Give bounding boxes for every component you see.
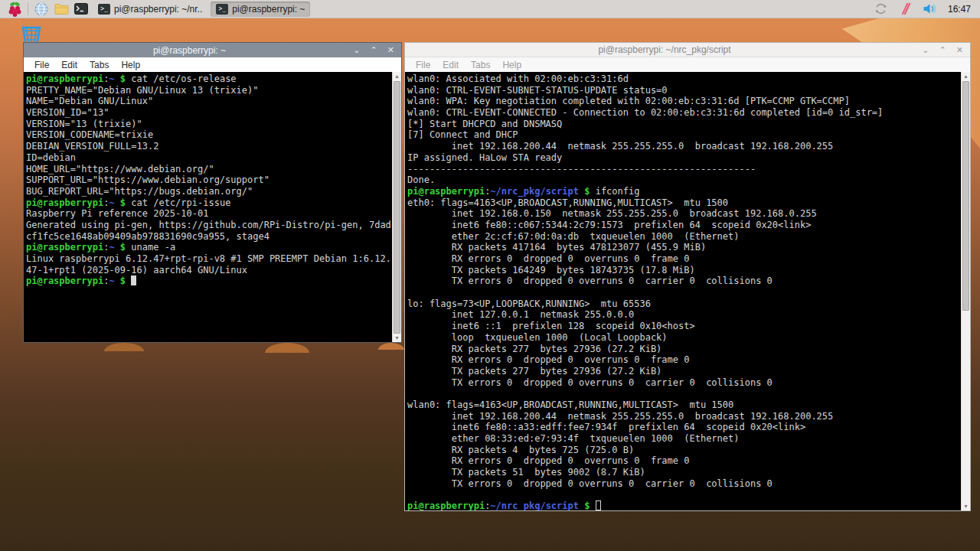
terminal-line: PRETTY_NAME="Debian GNU/Linux 13 (trixie… [26, 85, 391, 96]
terminal-line: inet6 fe80::a33:edff:fee7:934f prefixlen… [407, 422, 960, 433]
bluetooth-disabled-icon[interactable] [898, 2, 913, 17]
terminal-line: NAME="Debian GNU/Linux" [26, 96, 391, 107]
titlebar[interactable]: pi@raspberrypi: ~ ⌄ ⌃ ✕ [24, 43, 401, 57]
updates-icon[interactable] [874, 2, 889, 17]
menu-item-file[interactable]: File [28, 60, 55, 70]
scrollbar-thumb[interactable] [962, 81, 969, 311]
terminal-line: inet 192.168.200.44 netmask 255.255.255.… [407, 411, 960, 422]
menubar: FileEditTabsHelp [405, 57, 970, 72]
text-cursor [596, 500, 601, 510]
terminal-line: inet6 fe80::c067:5344:2c79:1573 prefixle… [407, 220, 960, 231]
terminal-icon: >_ [216, 4, 228, 15]
terminal-line: pi@raspberrypi:~ $ cat /etc/os-release [26, 73, 391, 85]
scroll-up-icon[interactable]: ▲ [962, 72, 970, 80]
close-icon[interactable]: ✕ [387, 43, 394, 57]
terminal-line: inet 192.168.0.150 netmask 255.255.255.0… [407, 208, 960, 220]
terminal-line: IP assigned. HaLow STA ready [407, 152, 960, 164]
terminal-line: pi@raspberrypi:~ $ cat /etc/rpi-issue [26, 197, 391, 209]
terminal-line: TX packets 164249 bytes 18743735 (17.8 M… [407, 265, 960, 276]
terminal-output: pi@raspberrypi:~ $ cat /etc/os-releasePR… [26, 73, 391, 342]
terminal-line: pi@raspberrypi:~ $ uname -a [26, 242, 391, 253]
terminal-line: [7] Connect and DHCP [407, 129, 960, 141]
taskbar-window-button[interactable]: >_ pi@raspberrypi: ~/nr.. [93, 2, 207, 17]
menu-item-edit[interactable]: Edit [436, 60, 465, 70]
menu-item-edit[interactable]: Edit [55, 60, 83, 70]
terminal-screen[interactable]: wlan0: Associated with 02:00:eb:c3:31:6d… [405, 72, 970, 510]
menu-item-help[interactable]: Help [496, 60, 528, 70]
scrollbar[interactable]: ▲ ▼ [961, 72, 970, 510]
web-browser-icon[interactable] [34, 2, 49, 17]
terminal-line: pi@raspberrypi:~/nrc_pkg/script $ [407, 500, 960, 510]
terminal-line: [*] Start DHCPCD and DNSMASQ [407, 119, 960, 130]
terminal-line: 47-1+rpt1 (2025-09-16) aarch64 GNU/Linux [26, 265, 391, 276]
terminal-line: wlan0: CTRL-EVENT-SUBNET-STATUS-UPDATE s… [407, 85, 960, 96]
terminal-line: wlan0: CTRL-EVENT-CONNECTED - Connection… [407, 107, 960, 119]
terminal-line: Linux raspberrypi 6.12.47+rpt-rpi-v8 #1 … [26, 253, 391, 265]
terminal-line: VERSION_CODENAME=trixie [26, 129, 391, 141]
terminal-launcher-icon[interactable] [74, 2, 89, 17]
terminal-line: RX errors 0 dropped 0 overruns 0 frame 0 [407, 455, 960, 467]
raspberry-menu-icon[interactable] [7, 2, 22, 17]
taskbar-separator [28, 3, 28, 15]
terminal-screen[interactable]: pi@raspberrypi:~ $ cat /etc/os-releasePR… [24, 72, 401, 342]
volume-icon[interactable] [923, 2, 938, 17]
terminal-line: TX errors 0 dropped 0 overruns 0 carrier… [407, 276, 960, 287]
terminal-icon: >_ [98, 4, 110, 15]
window-controls: ⌄ ⌃ ✕ [922, 43, 970, 57]
terminal-line: TX errors 0 dropped 0 overruns 0 carrier… [407, 377, 960, 389]
terminal-line: RX packets 417164 bytes 478123077 (455.9… [407, 242, 960, 253]
terminal-line: VERSION="13 (trixie)" [26, 119, 391, 130]
terminal-line: ether 2c:cf:67:0d:0a:db txqueuelen 1000 … [407, 231, 960, 243]
terminal-line: inet6 ::1 prefixlen 128 scopeid 0x10<hos… [407, 321, 960, 332]
scrollbar-thumb[interactable] [394, 81, 400, 334]
terminal-line: wlan0: Associated with 02:00:eb:c3:31:6d [407, 73, 960, 85]
terminal-line: cf1fc5ce1648ab09409ab978831690c9a955, st… [26, 231, 391, 243]
taskbar: >_ pi@raspberrypi: ~/nr.. >_ pi@raspberr… [0, 0, 980, 18]
menu-item-file[interactable]: File [410, 60, 436, 70]
scrollbar[interactable]: ▲ ▼ [392, 72, 401, 342]
terminal-window-script: pi@raspberrypi: ~/nrc_pkg/script ⌄ ⌃ ✕ F… [404, 42, 971, 511]
taskbar-window-button-active[interactable]: >_ pi@raspberrypi: ~ [211, 2, 310, 17]
terminal-line [407, 287, 960, 298]
wallpaper-shape [378, 343, 404, 350]
desktop: >_ pi@raspberrypi: ~/nr.. >_ pi@raspberr… [0, 0, 980, 551]
terminal-line: TX packets 51 bytes 9002 (8.7 KiB) [407, 467, 960, 478]
terminal-line: BUG_REPORT_URL="https://bugs.debian.org/… [26, 186, 391, 197]
terminal-line: RX errors 0 dropped 0 overruns 0 frame 0 [407, 354, 960, 366]
terminal-line: RX errors 0 dropped 0 overruns 0 frame 0 [407, 253, 960, 265]
terminal-line: loop txqueuelen 1000 (Local Loopback) [407, 332, 960, 344]
terminal-line: Done. [407, 174, 960, 186]
terminal-line: pi@raspberrypi:~ $ [26, 276, 391, 287]
scroll-up-icon[interactable]: ▲ [393, 72, 401, 80]
terminal-line: DEBIAN_VERSION_FULL=13.2 [26, 141, 391, 152]
taskbar-window-label: pi@raspberrypi: ~ [232, 4, 305, 15]
clock[interactable]: 16:47 [948, 4, 971, 15]
maximize-icon[interactable]: ⌃ [939, 43, 946, 57]
close-icon[interactable]: ✕ [956, 43, 963, 57]
minimize-icon[interactable]: ⌄ [922, 43, 929, 57]
menu-item-tabs[interactable]: Tabs [465, 60, 496, 70]
window-title: pi@raspberrypi: ~ [24, 45, 355, 56]
terminal-line: RX packets 4 bytes 725 (725.0 B) [407, 445, 960, 456]
menu-item-tabs[interactable]: Tabs [83, 60, 115, 70]
terminal-line [407, 388, 960, 399]
terminal-line [407, 489, 960, 500]
terminal-line: wlan0: WPA: Key negotiation completed wi… [407, 96, 960, 107]
terminal-line: Raspberry Pi reference 2025-10-01 [26, 208, 391, 220]
scroll-down-icon[interactable]: ▼ [962, 502, 970, 510]
menu-item-help[interactable]: Help [115, 60, 146, 70]
scroll-down-icon[interactable]: ▼ [393, 334, 401, 342]
terminal-line: SUPPORT_URL="https://www.debian.org/supp… [26, 174, 391, 186]
terminal-line: VERSION_ID="13" [26, 107, 391, 119]
system-tray: 16:47 [871, 2, 975, 17]
window-title: pi@raspberrypi: ~/nrc_pkg/script [405, 44, 924, 55]
wallpaper-shape [265, 343, 309, 353]
titlebar[interactable]: pi@raspberrypi: ~/nrc_pkg/script ⌄ ⌃ ✕ [405, 43, 970, 57]
maximize-icon[interactable]: ⌃ [371, 43, 377, 57]
window-controls: ⌄ ⌃ ✕ [353, 43, 401, 57]
wallpaper-shape [104, 343, 144, 351]
terminal-line: pi@raspberrypi:~/nrc_pkg/script $ ifconf… [407, 186, 960, 197]
file-manager-icon[interactable] [54, 2, 69, 17]
terminal-line: ID=debian [26, 152, 391, 164]
minimize-icon[interactable]: ⌄ [353, 43, 360, 57]
